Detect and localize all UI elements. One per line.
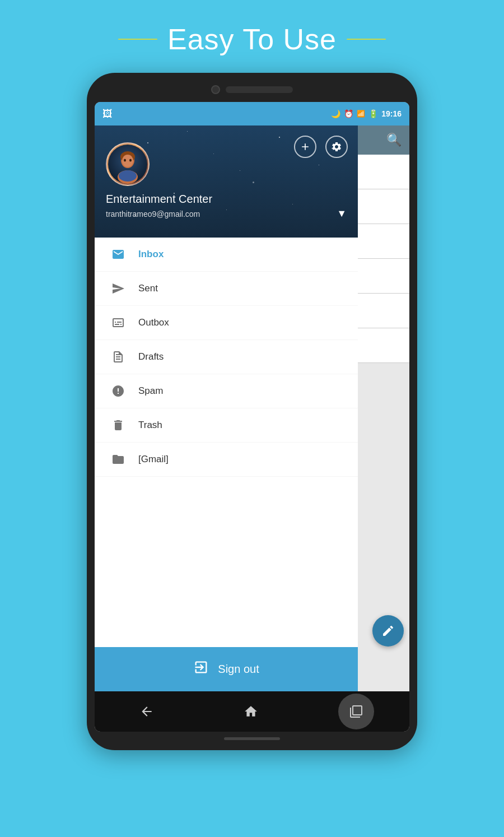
inbox-icon: [108, 248, 128, 261]
phone-frame: 🖼 🌙 ⏰ 📶 🔋 19:16 🔍 1 Oct, 2018 o: [87, 73, 417, 750]
status-left: 🖼: [102, 108, 115, 120]
phone-top-bar: [95, 83, 409, 96]
spam-label: Spam: [138, 385, 163, 397]
nav-item-inbox[interactable]: Inbox: [95, 238, 358, 272]
nav-item-sent[interactable]: Sent: [95, 272, 358, 306]
back-button[interactable]: [130, 695, 164, 728]
avatar-container: [106, 142, 347, 186]
recent-apps-button[interactable]: [338, 694, 374, 729]
trash-label: Trash: [138, 420, 162, 431]
drawer-navigation: Inbox Sent: [95, 238, 358, 647]
folder-icon: [108, 453, 128, 466]
navigation-drawer: Entertainment Center tranthitrameo9@gmai…: [95, 125, 358, 691]
compose-fab-button[interactable]: [372, 615, 404, 647]
page-title: Easy To Use: [118, 22, 386, 56]
drawer-email: tranthitrameo9@gmail.com: [106, 210, 200, 218]
screen-body: 🔍 1 Oct, 2018 or App S... ndroid deve...…: [95, 125, 409, 691]
drawer-username: Entertainment Center: [106, 193, 347, 206]
signout-label: Sign out: [218, 663, 259, 676]
nav-item-outbox[interactable]: Outbox: [95, 306, 358, 340]
drawer-email-row: tranthitrameo9@gmail.com ▼: [106, 208, 347, 220]
search-icon[interactable]: 🔍: [386, 133, 402, 147]
title-line-right: [347, 39, 386, 40]
moon-icon: 🌙: [331, 109, 340, 118]
account-dropdown-arrow[interactable]: ▼: [337, 208, 347, 220]
front-camera: [211, 85, 220, 94]
nav-item-gmail[interactable]: [Gmail]: [95, 443, 358, 477]
svg-point-7: [129, 159, 132, 162]
alarm-icon: ⏰: [344, 109, 353, 118]
status-right: 🌙 ⏰ 📶 🔋 19:16: [331, 109, 402, 118]
spam-icon: [108, 384, 128, 398]
battery-icon: 🔋: [368, 109, 378, 118]
gmail-label: [Gmail]: [138, 454, 169, 465]
sent-label: Sent: [138, 283, 158, 294]
avatar[interactable]: [106, 142, 150, 186]
gallery-icon: 🖼: [102, 108, 113, 120]
inbox-label: Inbox: [138, 249, 164, 260]
trash-icon: [108, 418, 128, 432]
outbox-icon: [108, 316, 128, 329]
svg-point-4: [122, 155, 133, 167]
title-line-left: [118, 39, 157, 40]
svg-point-6: [124, 159, 126, 162]
nav-item-spam[interactable]: Spam: [95, 374, 358, 408]
drafts-label: Drafts: [138, 351, 164, 362]
sent-icon: [108, 282, 128, 295]
signal-icon: 📶: [357, 110, 365, 118]
drawer-header: Entertainment Center tranthitrameo9@gmai…: [95, 125, 358, 238]
status-bar: 🖼 🌙 ⏰ 📶 🔋 19:16: [95, 102, 409, 125]
title-text: Easy To Use: [167, 22, 337, 56]
bottom-navigation: [95, 691, 409, 732]
outbox-label: Outbox: [138, 317, 169, 328]
phone-screen: 🖼 🌙 ⏰ 📶 🔋 19:16 🔍 1 Oct, 2018 o: [95, 102, 409, 732]
home-indicator: [224, 737, 280, 740]
nav-item-drafts[interactable]: Drafts: [95, 340, 358, 374]
phone-bottom-bar: [95, 737, 409, 740]
home-button[interactable]: [234, 695, 268, 728]
nav-item-trash[interactable]: Trash: [95, 408, 358, 443]
svg-point-5: [119, 170, 137, 182]
signout-icon: [193, 659, 209, 679]
speaker: [226, 86, 293, 93]
drafts-icon: [108, 350, 128, 364]
time-display: 19:16: [381, 109, 402, 118]
signout-button[interactable]: Sign out: [95, 647, 358, 691]
